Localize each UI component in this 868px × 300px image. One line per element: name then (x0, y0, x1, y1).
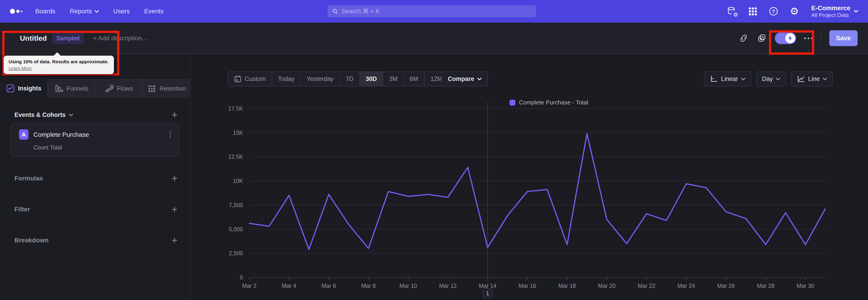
svg-text:Mar 12: Mar 12 (439, 282, 457, 289)
project-selector[interactable]: E-Commerce All Project Data (811, 4, 858, 19)
svg-text:Mar 20: Mar 20 (598, 282, 616, 289)
filter-section: Filter + (14, 204, 178, 214)
query-builder-sidebar: Insights Funnels Flows (0, 55, 191, 300)
more-options-icon[interactable] (804, 37, 813, 39)
data-management-icon[interactable]: ⚙ (727, 6, 737, 17)
event-card[interactable]: A Complete Purchase Count Total (11, 123, 179, 157)
svg-text:Mar 22: Mar 22 (638, 282, 655, 289)
nav-right: ⚙ ? ⚙ E-Commerce All Project Data (727, 0, 858, 23)
svg-text:5,000: 5,000 (229, 226, 243, 232)
mixpanel-logo-icon[interactable] (10, 0, 22, 23)
series-letter-badge: A (19, 129, 29, 140)
top-nav: Boards Reports Users Events Search ⌘ + K… (0, 0, 868, 23)
title-row: Untitled Sampled + Add description... (20, 23, 147, 54)
lightning-icon (788, 35, 793, 41)
retention-icon (147, 84, 156, 93)
events-cohorts-toggle[interactable]: Events & Cohorts (14, 112, 73, 118)
event-menu-icon[interactable] (168, 130, 172, 139)
add-breakdown-button[interactable]: + (172, 235, 178, 245)
toggle-knob (785, 33, 795, 43)
tooltip-message: Using 10% of data. Results are approxima… (8, 58, 108, 65)
events-cohorts-header: Events & Cohorts + (14, 110, 178, 120)
flows-icon (105, 84, 114, 93)
chevron-down-icon (95, 10, 99, 13)
funnels-icon (54, 84, 63, 93)
add-description[interactable]: + Add description... (93, 35, 147, 42)
header-actions: Save (739, 23, 858, 54)
project-name: E-Commerce (811, 4, 850, 12)
sampling-tooltip: Using 10% of data. Results are approxima… (4, 56, 114, 74)
insights-icon (6, 84, 15, 93)
nav-item-reports[interactable]: Reports (70, 8, 99, 15)
add-filter-button[interactable]: + (172, 204, 178, 214)
svg-text:Mar 24: Mar 24 (677, 282, 695, 289)
svg-text:Mar 30: Mar 30 (797, 282, 814, 289)
report-header: Untitled Sampled + Add description... (0, 23, 868, 54)
svg-text:0: 0 (240, 274, 243, 280)
svg-text:Mar 28: Mar 28 (757, 282, 775, 289)
svg-text:7,500: 7,500 (229, 202, 243, 208)
svg-text:2,500: 2,500 (229, 250, 243, 257)
sampled-badge[interactable]: Sampled (52, 33, 84, 44)
svg-text:Mar 26: Mar 26 (717, 282, 735, 289)
svg-text:Mar 10: Mar 10 (399, 282, 417, 289)
save-button[interactable]: Save (829, 30, 858, 46)
search-icon (332, 8, 338, 14)
project-scope: All Project Data (811, 12, 850, 19)
tab-flows[interactable]: Flows (95, 79, 143, 98)
formulas-section: Formulas + (14, 173, 178, 183)
svg-text:Mar 6: Mar 6 (321, 282, 336, 289)
share-link-icon[interactable] (739, 33, 749, 43)
tab-insights[interactable]: Insights (0, 79, 48, 98)
apps-grid-icon[interactable] (747, 6, 758, 17)
report-tabs: Insights Funnels Flows (0, 79, 190, 98)
nav-item-boards[interactable]: Boards (35, 8, 55, 15)
chart-page-indicator[interactable]: 1 (483, 289, 492, 298)
line-chart[interactable]: 17.5K15K12.5K10K7,5005,0002,5000Mar 2Mar… (191, 55, 868, 300)
chevron-down-icon (69, 114, 73, 116)
mixpanel-insights-app: Boards Reports Users Events Search ⌘ + K… (0, 0, 868, 300)
search-input[interactable]: Search ⌘ + K (328, 5, 536, 18)
chevron-down-icon (854, 10, 858, 12)
divider (821, 32, 821, 44)
tab-funnels[interactable]: Funnels (48, 79, 95, 98)
report-title[interactable]: Untitled (20, 34, 47, 42)
svg-text:Mar 14: Mar 14 (479, 282, 496, 289)
svg-text:Mar 2: Mar 2 (242, 282, 256, 289)
event-name[interactable]: Complete Purchase (33, 131, 89, 138)
sampling-toggle[interactable] (775, 32, 796, 44)
duplicate-icon[interactable] (757, 33, 767, 43)
search-placeholder: Search ⌘ + K (342, 8, 380, 15)
svg-text:?: ? (772, 8, 775, 14)
svg-text:15K: 15K (233, 129, 243, 136)
svg-text:Mar 16: Mar 16 (519, 282, 536, 289)
help-icon[interactable]: ? (768, 6, 779, 17)
event-metric[interactable]: Count Total (33, 144, 62, 151)
svg-text:10K: 10K (233, 178, 243, 184)
breakdown-section: Breakdown + (14, 235, 178, 245)
tooltip-learn-more-link[interactable]: Learn More (8, 65, 108, 71)
nav-item-users[interactable]: Users (113, 8, 130, 15)
svg-text:Mar 8: Mar 8 (361, 282, 376, 289)
nav-items: Boards Reports Users Events (35, 0, 164, 23)
add-event-button[interactable]: + (172, 110, 178, 120)
svg-text:17.5K: 17.5K (228, 106, 243, 112)
svg-text:12.5K: 12.5K (228, 153, 243, 160)
svg-text:Mar 4: Mar 4 (282, 282, 296, 289)
nav-item-events[interactable]: Events (144, 8, 164, 15)
svg-text:Mar 18: Mar 18 (558, 282, 576, 289)
tab-retention[interactable]: Retention (143, 79, 190, 98)
settings-gear-icon[interactable]: ⚙ (789, 6, 800, 17)
add-formula-button[interactable]: + (172, 173, 178, 183)
